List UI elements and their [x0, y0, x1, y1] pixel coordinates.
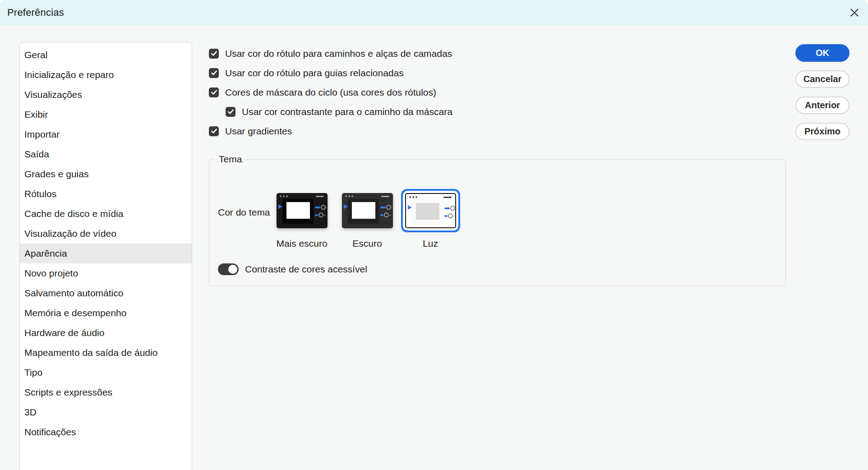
sidebar-item-label: 3D — [24, 407, 37, 418]
sidebar-item-label: Mapeamento da saída de áudio — [24, 347, 157, 358]
thumb-viewer — [352, 202, 375, 219]
sidebar-item-apar-ncia[interactable]: Aparência — [20, 244, 192, 263]
sidebar-item-inicializa-o-e-reparo[interactable]: Inicialização e reparo — [20, 65, 192, 85]
sidebar-item-label: Tipo — [24, 367, 42, 378]
accessible-contrast-label: Contraste de cores acessível — [245, 264, 367, 275]
play-icon — [408, 205, 412, 210]
sidebar-item-label: Cache de disco e mídia — [24, 208, 123, 219]
sidebar-item-label: Grades e guias — [24, 169, 88, 180]
sidebar-item-label: Scripts e expressões — [24, 387, 112, 398]
option-row: Usar cor do rótulo para guias relacionad… — [209, 63, 452, 83]
sidebar-item-label: Geral — [24, 50, 47, 60]
sidebar-item-novo-projeto[interactable]: Novo projeto — [20, 263, 192, 283]
check-icon — [211, 128, 217, 134]
sidebar-item-importar[interactable]: Importar — [20, 124, 192, 144]
sidebar-item-r-tulos[interactable]: Rótulos — [20, 184, 192, 204]
slider-row-icon — [444, 206, 457, 211]
checkbox[interactable] — [226, 107, 235, 117]
sidebar-item-exibir[interactable]: Exibir — [20, 105, 192, 124]
slider-row-icon — [315, 205, 328, 210]
option-label: Cores de máscara do ciclo (usa cores dos… — [225, 87, 436, 98]
slider-row-icon — [380, 212, 391, 217]
sidebar-item-label: Hardware de áudio — [24, 327, 104, 338]
sidebar-item-label: Aparência — [24, 248, 67, 259]
close-icon — [849, 7, 860, 18]
slider-row-icon — [315, 212, 326, 217]
theme-option-dark[interactable] — [342, 193, 393, 228]
sidebar-item-scripts-e-express-es[interactable]: Scripts e expressões — [20, 382, 192, 402]
check-icon — [227, 108, 234, 115]
option-label: Usar gradientes — [225, 126, 292, 137]
thumb-viewer — [416, 203, 439, 220]
sidebar-item-label: Memória e desempenho — [24, 308, 126, 318]
theme-option-label: Luz — [385, 238, 476, 249]
sidebar-item-mapeamento-da-sa-da-de-udio[interactable]: Mapeamento da saída de áudio — [20, 343, 192, 363]
check-icon — [211, 69, 217, 76]
button-label: Cancelar — [803, 74, 842, 84]
button-label: Anterior — [805, 100, 840, 111]
appearance-options: Usar cor do rótulo para caminhos e alças… — [209, 44, 452, 141]
sidebar-item-visualiza-es[interactable]: Visualizações — [20, 85, 192, 105]
dialog-title: Preferências — [0, 7, 64, 18]
sidebar-item-label: Rótulos — [24, 189, 56, 199]
window-dots-icon — [345, 195, 353, 197]
close-button[interactable] — [846, 5, 863, 21]
slider-row-icon — [380, 205, 393, 210]
preferences-sidebar: GeralInicialização e reparoVisualizações… — [19, 42, 192, 470]
sidebar-item-hardware-de-udio[interactable]: Hardware de áudio — [20, 323, 192, 343]
sidebar-item-label: Visualização de vídeo — [24, 228, 116, 239]
sidebar-item-visualiza-o-de-v-deo[interactable]: Visualização de vídeo — [20, 224, 192, 244]
option-label: Usar cor do rótulo para caminhos e alças… — [225, 48, 452, 59]
titlebar: Preferências — [0, 0, 868, 25]
checkbox[interactable] — [209, 68, 219, 78]
theme-groupbox: Tema Cor do tema Mais escuroEscuroLuz Co… — [209, 154, 786, 286]
sidebar-item-label: Importar — [24, 129, 60, 140]
button-label: OK — [816, 48, 829, 58]
sidebar-item-label: Saída — [24, 149, 49, 160]
cancelar-button[interactable]: Cancelar — [795, 70, 850, 88]
sidebar-item-sa-da[interactable]: Saída — [20, 144, 192, 164]
checkbox[interactable] — [209, 49, 219, 59]
toggle-knob-icon — [228, 265, 237, 274]
option-label: Usar cor do rótulo para guias relacionad… — [225, 68, 404, 78]
option-row: Usar gradientes — [209, 121, 452, 141]
sidebar-item-label: Notificações — [24, 427, 76, 438]
anterior-button[interactable]: Anterior — [795, 97, 850, 114]
sidebar-item-grades-e-guias[interactable]: Grades e guias — [20, 164, 192, 184]
preferences-dialog: { "window": { "title": "Preferências" },… — [0, 0, 868, 470]
check-icon — [211, 50, 217, 57]
sidebar-item-mem-ria-e-desempenho[interactable]: Memória e desempenho — [20, 303, 192, 323]
sidebar-item-label: Visualizações — [24, 89, 82, 100]
check-icon — [211, 89, 217, 96]
window-dash-icon — [443, 197, 452, 198]
thumb-viewer — [286, 202, 310, 219]
checkbox[interactable] — [209, 88, 219, 97]
option-row: Usar cor contrastante para o caminho da … — [209, 102, 452, 121]
theme-legend: Tema — [215, 154, 246, 165]
sidebar-item-tipo[interactable]: Tipo — [20, 363, 192, 382]
slider-row-icon — [444, 213, 455, 218]
option-row: Usar cor do rótulo para caminhos e alças… — [209, 44, 452, 63]
sidebar-item-label: Novo projeto — [24, 268, 78, 279]
sidebar-item-salvamento-autom-tico[interactable]: Salvamento automático — [20, 283, 192, 303]
checkbox[interactable] — [209, 126, 219, 136]
sidebar-item-label: Exibir — [24, 109, 48, 120]
window-dots-icon — [409, 196, 417, 198]
sidebar-item-3d[interactable]: 3D — [20, 402, 192, 422]
ok-button[interactable]: OK — [795, 44, 850, 62]
window-dash-icon — [381, 196, 389, 197]
window-dash-icon — [316, 196, 324, 197]
sidebar-item-notifica-es[interactable]: Notificações — [20, 422, 192, 442]
pr-ximo-button[interactable]: Próximo — [795, 123, 850, 140]
theme-option-light[interactable] — [405, 193, 456, 228]
sidebar-item-geral[interactable]: Geral — [20, 45, 192, 65]
button-label: Próximo — [804, 126, 840, 137]
play-icon — [278, 204, 282, 209]
accessible-contrast-toggle[interactable] — [218, 263, 239, 275]
sidebar-item-label: Salvamento automático — [24, 288, 123, 299]
window-dots-icon — [280, 195, 288, 197]
play-icon — [344, 204, 348, 209]
theme-option-darkest[interactable] — [277, 193, 328, 228]
sidebar-item-cache-de-disco-e-m-dia[interactable]: Cache de disco e mídia — [20, 204, 192, 224]
sidebar-item-label: Inicialização e reparo — [24, 69, 114, 80]
